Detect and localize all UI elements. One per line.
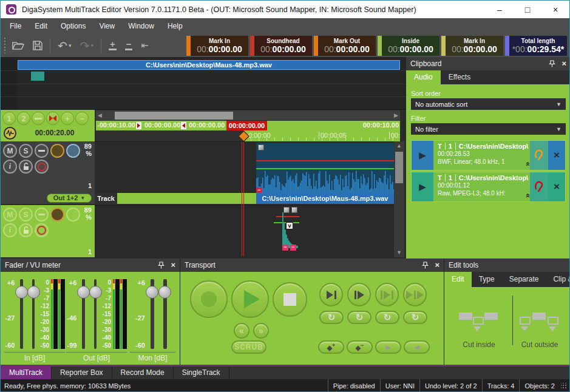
overview-clip-block[interactable]: [31, 72, 44, 81]
menu-help[interactable]: Help: [161, 18, 189, 34]
prelisten-ear-icon[interactable]: [530, 172, 548, 201]
undo-button[interactable]: ↶▾: [58, 39, 71, 53]
redo-button[interactable]: ↷▾: [80, 39, 93, 53]
track-2-info-button[interactable]: i: [3, 223, 17, 237]
open-file-button[interactable]: [12, 41, 24, 50]
zoom-in-button[interactable]: +: [109, 41, 117, 50]
scroll-left-icon[interactable]: ◀: [96, 112, 104, 118]
pin-icon[interactable]: [549, 60, 555, 67]
cut-outside-icon[interactable]: [520, 311, 560, 331]
track-1-mute-button[interactable]: M: [3, 144, 17, 158]
play-icon[interactable]: ▶: [412, 141, 433, 170]
paste-fade-handle[interactable]: −: [290, 245, 296, 251]
delete-entry-icon[interactable]: ×: [548, 141, 565, 170]
track-2-meter-in-button[interactable]: [50, 208, 64, 221]
loop-button[interactable]: ↻: [375, 311, 399, 324]
waveform-zoom-icon[interactable]: [4, 127, 16, 140]
soundhead-time-box[interactable]: 00:00:00.00: [226, 121, 267, 130]
prev-marker-button[interactable]: ◀: [404, 340, 430, 354]
project-overview[interactable]: C:\Users\nin\Desktop\Maus-48.mp3.wav: [1, 57, 406, 110]
track-2-meter-out-button[interactable]: [66, 208, 80, 221]
play-button[interactable]: [231, 280, 269, 318]
track-1-solo-button[interactable]: S: [19, 144, 33, 158]
tab-clip-insert[interactable]: Clip & I: [546, 272, 570, 287]
rewind-button[interactable]: «: [234, 323, 249, 339]
close-icon[interactable]: ×: [171, 262, 175, 269]
fader-knob[interactable]: [27, 286, 40, 299]
menu-view[interactable]: View: [92, 18, 121, 34]
close-icon[interactable]: ×: [562, 60, 566, 67]
tab-record-mode[interactable]: Record Mode: [112, 367, 174, 379]
scroll-right-icon[interactable]: ▶: [392, 112, 400, 118]
fader-slider[interactable]: [94, 279, 97, 349]
cut-inside-label[interactable]: Cut inside: [452, 340, 506, 349]
clip-filename-bar[interactable]: C:\Users\nin\Desktop\Maus-48.mp3.wav: [256, 193, 394, 204]
fader-slider[interactable]: [32, 279, 35, 349]
filter-dropdown[interactable]: No filter▼: [411, 123, 566, 135]
tab-singletrack[interactable]: SingleTrack: [174, 367, 229, 379]
next-marker-button[interactable]: ▶: [375, 340, 401, 354]
fader-knob[interactable]: [77, 286, 90, 299]
volume-marker-box[interactable]: v: [286, 222, 293, 229]
play-marked-region-button[interactable]: [375, 283, 399, 306]
collapse-chevrons-icon[interactable]: »: [523, 194, 530, 198]
playhead-line[interactable]: [242, 142, 244, 256]
track-1-meter-in-button[interactable]: [50, 144, 64, 158]
loop-button[interactable]: ↻: [319, 311, 344, 324]
play-to-mark-button[interactable]: [319, 283, 343, 306]
time-display-inside[interactable]: Inside 00:00:00.00: [378, 36, 439, 56]
tab-effects[interactable]: Effects: [441, 70, 478, 84]
fader-knob[interactable]: [146, 286, 158, 299]
fader-slider[interactable]: [163, 279, 167, 349]
menu-file[interactable]: File: [3, 18, 28, 34]
track-1-info-button[interactable]: i: [3, 160, 17, 174]
close-button[interactable]: ×: [541, 1, 569, 18]
track-1-meter-out-button[interactable]: [66, 144, 80, 158]
mark-in-marker[interactable]: [136, 122, 141, 129]
tab-reporter-box[interactable]: Reporter Box: [52, 367, 112, 379]
track-1-empty-bar[interactable]: [117, 193, 256, 204]
scroll-up-icon[interactable]: ▲: [394, 141, 404, 150]
save-button[interactable]: [33, 41, 42, 50]
time-display-mark-in-2[interactable]: Mark In 00:00:00.00: [441, 36, 503, 56]
h-scroll-thumb[interactable]: [115, 112, 233, 120]
go-to-start-icon[interactable]: ⇤: [141, 40, 149, 51]
maximize-button[interactable]: □: [514, 1, 541, 18]
menu-window[interactable]: Window: [121, 18, 161, 34]
track-2-lane[interactable]: v − −: [95, 205, 394, 257]
play-from-mark-button[interactable]: [347, 283, 371, 306]
pin-icon[interactable]: [422, 262, 429, 269]
clipboard-entry[interactable]: ▶ T1C:\Users\nin\Desktop\ 00:00:01.12 Ra…: [411, 172, 566, 202]
time-display-total-length[interactable]: Total length *00:00:29.54*: [505, 36, 567, 56]
loop-button[interactable]: ↻: [347, 311, 372, 324]
tab-audio[interactable]: Audio: [406, 70, 441, 84]
fader-slider[interactable]: [20, 279, 22, 349]
fader-knob[interactable]: [158, 286, 171, 299]
paste-fade-handle[interactable]: −: [282, 245, 288, 251]
cut-outside-label[interactable]: Cut outside: [512, 340, 567, 349]
fader-knob[interactable]: [15, 286, 28, 299]
vertical-scrollbar[interactable]: ▲ ▼: [394, 141, 404, 257]
track-2-lock-button[interactable]: [19, 223, 33, 237]
cut-inside-icon[interactable]: [459, 311, 499, 331]
track-2-record-button[interactable]: [35, 223, 49, 237]
clip-mark-line-red[interactable]: [256, 160, 394, 161]
prelisten-ear-icon[interactable]: [530, 141, 548, 170]
track-2-mute-button[interactable]: M: [3, 208, 17, 221]
track-2-solo-button[interactable]: S: [19, 208, 33, 221]
tab-edit[interactable]: Edit: [444, 272, 472, 287]
time-ruler-markers[interactable]: -00:00:10.00 00:00:00.00 00:00:00.00 00:…: [96, 121, 400, 130]
fader-knob[interactable]: [89, 286, 102, 299]
resize-grip[interactable]: [561, 383, 567, 389]
track-1-name[interactable]: Track 1: [95, 193, 117, 204]
delete-entry-icon[interactable]: ×: [548, 172, 565, 201]
tab-separate[interactable]: Separate: [502, 272, 546, 287]
zoom-out-icon[interactable]: −: [75, 112, 89, 125]
play-around-mark-button[interactable]: [403, 283, 427, 306]
horizontal-scrollbar[interactable]: ◀ ▶: [96, 110, 400, 120]
undo-dropdown-icon[interactable]: ▾: [69, 42, 72, 49]
zoom-preset-2-button[interactable]: 2: [17, 112, 30, 125]
track-1-collapse-button[interactable]: [35, 144, 49, 158]
time-display-mark-in[interactable]: Mark In 00:00:00.00: [186, 36, 248, 56]
tab-multitrack[interactable]: MultiTrack: [1, 367, 52, 379]
